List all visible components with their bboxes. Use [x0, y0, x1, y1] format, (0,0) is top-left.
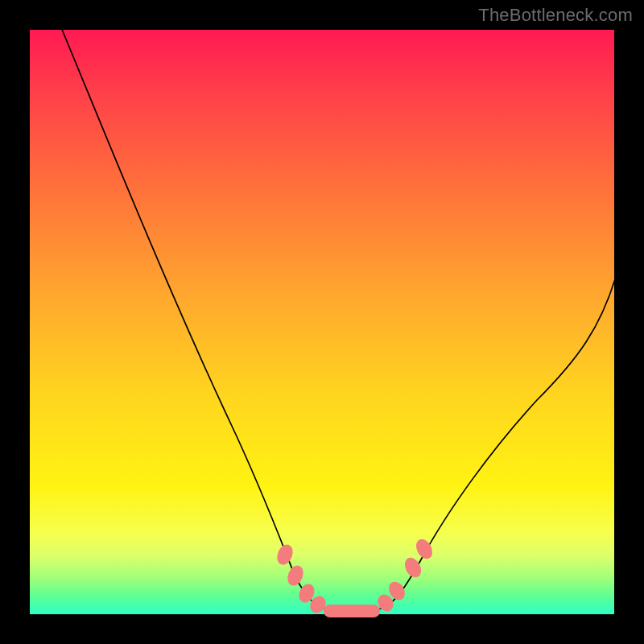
chart-frame: TheBottleneck.com	[0, 0, 644, 644]
bottleneck-curve	[59, 22, 617, 612]
plot-area	[30, 30, 614, 614]
marker-dot	[275, 543, 295, 568]
curve-svg	[30, 30, 614, 614]
marker-dot	[285, 564, 306, 588]
watermark-text: TheBottleneck.com	[478, 5, 633, 26]
marker-flat-bottom	[324, 605, 380, 617]
